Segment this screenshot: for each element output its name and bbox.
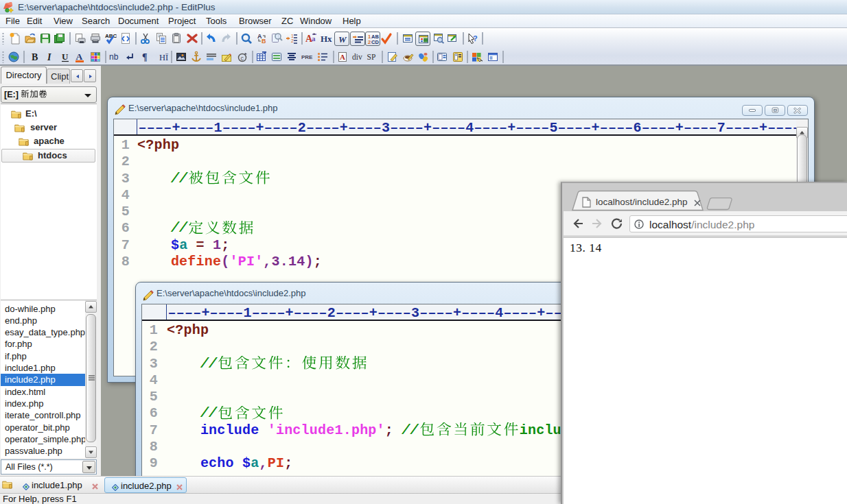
svg-text:CD: CD bbox=[371, 39, 379, 45]
svg-text:B: B bbox=[32, 52, 38, 62]
svg-text:HĪ: HĪ bbox=[159, 53, 168, 62]
svg-text:2: 2 bbox=[368, 39, 371, 45]
svg-text:c: c bbox=[241, 55, 244, 62]
svg-text:I: I bbox=[47, 52, 51, 62]
svg-text:?: ? bbox=[473, 34, 478, 43]
svg-text:a: a bbox=[312, 34, 316, 43]
svg-text:nb: nb bbox=[109, 52, 119, 62]
svg-text:2: 2 bbox=[291, 38, 294, 43]
svg-text:¶: ¶ bbox=[142, 52, 148, 62]
svg-text:A: A bbox=[76, 51, 83, 62]
svg-text:W: W bbox=[338, 34, 347, 45]
svg-text:PRE: PRE bbox=[301, 54, 313, 60]
svg-text:A: A bbox=[340, 53, 345, 61]
svg-text:SP: SP bbox=[367, 53, 376, 61]
svg-text:B: B bbox=[262, 38, 266, 45]
svg-text:U: U bbox=[62, 51, 69, 62]
svg-text:1: 1 bbox=[291, 34, 294, 38]
svg-text:Hx: Hx bbox=[321, 34, 332, 44]
svg-text:div: div bbox=[352, 53, 362, 61]
